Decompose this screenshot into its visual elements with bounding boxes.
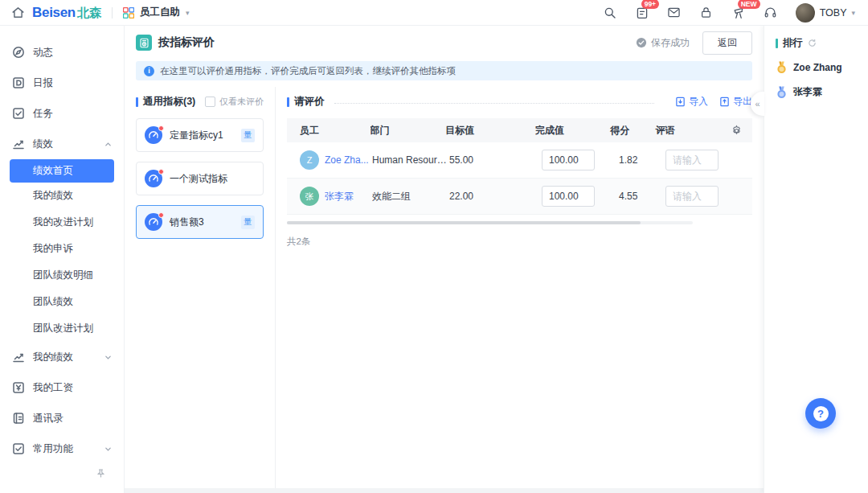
sidebar-item-my-performance-group[interactable]: 我的绩效 <box>0 342 124 372</box>
content-row: 通用指标(3) 仅看未评价 定量指标cy1 量 <box>125 87 764 488</box>
indicator-name: 销售额3 <box>170 216 204 229</box>
department-cell: 效能二组 <box>372 190 449 203</box>
daily-report-icon <box>12 76 25 89</box>
unrated-only-filter[interactable]: 仅看未评价 <box>205 96 264 108</box>
sidebar-item-team-performance[interactable]: 团队绩效 <box>0 289 124 315</box>
indicator-gauge-icon <box>145 170 162 187</box>
employee-name-link[interactable]: 张李霖 <box>325 190 354 203</box>
comment-input[interactable] <box>665 150 719 170</box>
chevron-up-icon <box>104 141 112 148</box>
caret-down-icon: ▾ <box>186 9 190 17</box>
topbar: Beisen 北森 员工自助 ▾ 99+ NEW TOBY <box>0 0 868 26</box>
title-accent-bar <box>287 97 289 107</box>
info-banner: i 在这里可以评价通用指标，评价完成后可返回列表，继续评价其他指标项 <box>136 61 752 80</box>
notification-dot <box>158 169 164 175</box>
check-circle-icon <box>636 37 647 48</box>
scrollbar-thumb[interactable] <box>287 221 641 224</box>
horizontal-scrollbar[interactable] <box>287 221 693 224</box>
sidebar-item-my-performance[interactable]: 我的绩效 <box>0 183 124 209</box>
export-button[interactable]: 导出 <box>719 95 752 109</box>
import-label: 导入 <box>689 95 708 109</box>
topbar-divider <box>112 7 113 18</box>
employee-cell: 张 张李霖 <box>287 187 372 206</box>
indicator-card[interactable]: 定量指标cy1 量 <box>136 118 264 152</box>
gear-icon[interactable] <box>731 125 743 137</box>
sidebar-item-my-improvement-plan[interactable]: 我的改进计划 <box>0 209 124 236</box>
caret-down-icon: ▾ <box>851 9 855 17</box>
completion-input[interactable] <box>542 150 595 170</box>
whats-new-icon[interactable]: NEW <box>731 6 746 20</box>
rank-item[interactable]: Zoe Zhang <box>776 61 862 74</box>
sidebar-item-activity[interactable]: 动态 <box>0 37 124 68</box>
search-icon[interactable] <box>603 6 617 20</box>
gold-medal-icon <box>776 61 788 74</box>
indicator-name: 一个测试指标 <box>170 172 227 186</box>
comment-cell <box>665 150 743 170</box>
indicator-panel: 通用指标(3) 仅看未评价 定量指标cy1 量 <box>125 87 276 488</box>
user-menu[interactable]: TOBY ▾ <box>796 3 855 23</box>
sidebar-item-daily-report[interactable]: 日报 <box>0 68 124 98</box>
completion-input[interactable] <box>542 186 595 207</box>
score-cell: 4.55 <box>619 191 665 202</box>
sidebar-item-team-improvement-plan[interactable]: 团队改进计划 <box>0 315 124 342</box>
sidebar-item-team-performance-detail[interactable]: 团队绩效明细 <box>0 262 124 289</box>
back-button[interactable]: 返回 <box>702 31 752 55</box>
department-cell: Human Resource... <box>372 154 449 166</box>
sidebar-item-label: 通讯录 <box>33 412 63 425</box>
unrated-only-checkbox[interactable] <box>205 97 215 107</box>
sidebar-item-label: 日报 <box>33 76 53 90</box>
sidebar-item-contacts[interactable]: 通讯录 <box>0 403 124 433</box>
rank-item[interactable]: 张李霖 <box>776 85 862 99</box>
import-button[interactable]: 导入 <box>675 95 708 109</box>
total-count: 共2条 <box>287 236 752 248</box>
comment-input[interactable] <box>665 186 719 207</box>
task-check-icon <box>12 107 25 120</box>
notification-dot <box>158 212 164 218</box>
mail-icon[interactable] <box>667 6 682 20</box>
evaluation-panel: 请评价 导入 导出 员工 部门 目标 <box>276 87 764 488</box>
target-value-cell: 22.00 <box>449 191 542 202</box>
page-layout: 动态 日报 任务 绩效 绩效首页 我的绩效 我的改进计划 我的申诉 团队绩效明细… <box>0 26 868 493</box>
quantitative-badge: 量 <box>241 129 255 142</box>
export-icon <box>719 97 730 107</box>
pin-sidebar-icon[interactable] <box>96 468 106 479</box>
notification-dot <box>158 125 164 131</box>
page-title-icon <box>136 35 152 51</box>
title-accent-bar <box>136 97 138 107</box>
header-actions: 保存成功 返回 <box>636 31 752 55</box>
sidebar-item-label: 动态 <box>33 46 53 60</box>
sidebar-item-my-salary[interactable]: 我的工资 <box>0 372 124 403</box>
employee-avatar: 张 <box>300 187 319 206</box>
help-button[interactable]: ? <box>805 398 836 429</box>
employee-name-link[interactable]: Zoe Zha... <box>325 154 369 166</box>
brand-logo-cn: 北森 <box>77 6 101 21</box>
todo-icon[interactable]: 99+ <box>635 6 649 20</box>
column-settings[interactable] <box>731 125 752 137</box>
brand-logo-en: Beisen <box>32 5 76 21</box>
performance-submenu: 绩效首页 我的绩效 我的改进计划 我的申诉 团队绩效明细 团队绩效 团队改进计划 <box>0 159 124 342</box>
indicator-card[interactable]: 一个测试指标 <box>136 162 264 195</box>
sidebar-item-tasks[interactable]: 任务 <box>0 98 124 129</box>
sidebar-item-performance-home[interactable]: 绩效首页 <box>10 159 114 183</box>
refresh-icon[interactable] <box>808 39 817 47</box>
sidebar-item-label: 常用功能 <box>33 442 73 456</box>
export-label: 导出 <box>733 95 752 109</box>
sidebar-item-my-appeal[interactable]: 我的申诉 <box>0 236 124 262</box>
chevron-down-icon <box>104 354 112 361</box>
home-icon[interactable] <box>11 6 25 19</box>
sidebar-item-common-functions[interactable]: 常用功能 <box>0 433 124 464</box>
app-switcher[interactable]: 员工自助 ▾ <box>123 6 190 19</box>
column-header-comment: 评语 <box>656 124 731 138</box>
dotted-divider <box>334 103 655 104</box>
sidebar-item-performance[interactable]: 绩效 <box>0 129 124 159</box>
employee-cell: Z Zoe Zha... <box>287 150 372 170</box>
user-avatar <box>796 3 815 23</box>
support-headset-icon[interactable] <box>764 6 778 20</box>
indicator-panel-header: 通用指标(3) 仅看未评价 <box>136 95 264 109</box>
evaluation-header: 请评价 导入 导出 <box>287 95 752 109</box>
main-header: 按指标评价 保存成功 返回 <box>125 26 764 60</box>
table-row: 张 张李霖 效能二组 22.00 4.55 <box>287 179 752 215</box>
indicator-card-selected[interactable]: 销售额3 量 <box>136 205 264 239</box>
brand-logo[interactable]: Beisen 北森 <box>32 5 101 21</box>
lock-icon[interactable] <box>699 6 714 20</box>
